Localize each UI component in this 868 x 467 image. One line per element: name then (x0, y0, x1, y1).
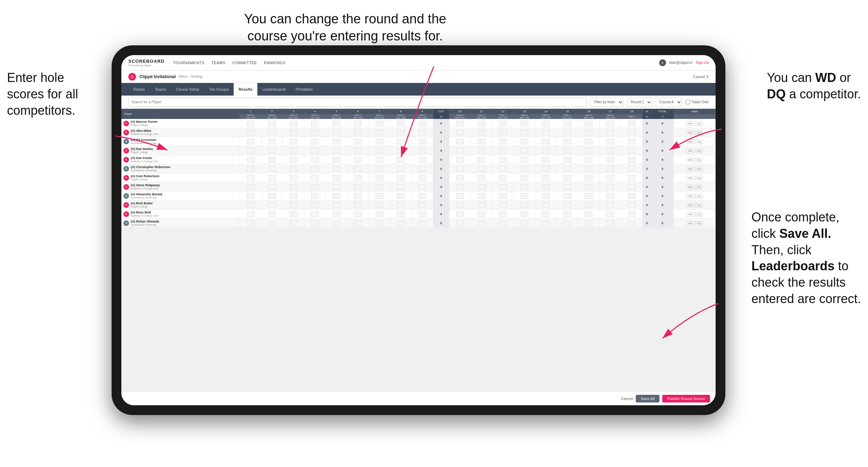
label-cell[interactable]: WDDQ (674, 173, 716, 182)
hole-14-input[interactable] (542, 157, 550, 163)
hole-5-cell[interactable] (326, 155, 347, 164)
hole-5-input[interactable] (333, 184, 340, 190)
hole-16-cell[interactable] (578, 164, 600, 173)
hole-1-input[interactable] (247, 220, 255, 226)
hole-10-cell[interactable] (449, 137, 471, 146)
hole-3-cell[interactable] (283, 119, 304, 128)
hole-13-input[interactable] (521, 202, 528, 208)
hole-3-input[interactable] (290, 148, 297, 153)
hole-15-cell[interactable] (557, 128, 578, 137)
hole-2-input[interactable] (268, 139, 276, 144)
hole-4-input[interactable] (311, 175, 319, 181)
hole-10-input[interactable] (456, 211, 464, 217)
hole-9-cell[interactable] (412, 137, 433, 146)
hole-13-cell[interactable] (514, 119, 535, 128)
hole-16-input[interactable] (585, 157, 592, 163)
tab-printables[interactable]: Printables (291, 83, 318, 96)
hole-17-input[interactable] (606, 211, 614, 217)
hole-9-cell[interactable] (412, 191, 433, 201)
wd-button[interactable]: WD (686, 167, 694, 171)
tab-teams[interactable]: Teams (150, 83, 171, 96)
hole-2-input[interactable] (268, 157, 276, 163)
hole-18-cell[interactable] (621, 210, 643, 219)
hole-10-cell[interactable] (449, 146, 471, 155)
hole-4-input[interactable] (311, 157, 319, 163)
hole-12-input[interactable] (499, 175, 507, 181)
score-table-container[interactable]: Player 1 2 3 4 5 6 7 8 9 OUT 10 11 12 (121, 109, 716, 391)
hole-3-cell[interactable] (283, 155, 304, 164)
hole-15-input[interactable] (564, 220, 571, 226)
hole-6-cell[interactable] (347, 164, 369, 173)
hole-5-cell[interactable] (326, 119, 347, 128)
hole-12-cell[interactable] (492, 201, 514, 210)
hole-18-cell[interactable] (621, 119, 643, 128)
hole-6-input[interactable] (354, 166, 362, 172)
label-cell[interactable]: WDDQ (674, 137, 716, 146)
hole-14-input[interactable] (542, 184, 550, 190)
hole-5-cell[interactable] (326, 137, 347, 146)
hole-5-input[interactable] (333, 157, 340, 163)
hole-1-cell[interactable] (240, 164, 262, 173)
hole-17-cell[interactable] (599, 219, 621, 228)
hole-5-input[interactable] (333, 130, 340, 135)
hole-8-input[interactable] (397, 121, 405, 126)
hole-8-cell[interactable] (390, 191, 412, 201)
hole-7-input[interactable] (376, 130, 383, 135)
hole-2-input[interactable] (268, 193, 276, 199)
cancel-tournament-btn[interactable]: Cancel X (693, 75, 709, 79)
hole-4-input[interactable] (311, 220, 319, 226)
hole-13-input[interactable] (521, 193, 528, 199)
hole-9-cell[interactable] (412, 219, 433, 228)
hole-2-cell[interactable] (261, 201, 283, 210)
hole-8-input[interactable] (397, 184, 405, 190)
hole-12-cell[interactable] (492, 137, 514, 146)
hole-18-cell[interactable] (621, 201, 643, 210)
hole-15-cell[interactable] (557, 155, 578, 164)
hole-11-input[interactable] (478, 130, 485, 135)
hole-4-cell[interactable] (304, 119, 326, 128)
tab-results[interactable]: Results (234, 83, 257, 96)
hole-8-cell[interactable] (390, 137, 412, 146)
hole-16-input[interactable] (585, 148, 592, 153)
hole-13-input[interactable] (521, 148, 528, 153)
hole-7-cell[interactable] (369, 182, 390, 191)
hole-13-input[interactable] (521, 157, 528, 163)
cancel-button[interactable]: Cancel (621, 397, 633, 401)
dq-button[interactable]: DQ (695, 221, 703, 226)
hole-10-cell[interactable] (449, 173, 471, 182)
hole-14-input[interactable] (542, 211, 550, 217)
hole-16-input[interactable] (585, 211, 592, 217)
wd-button[interactable]: WD (686, 158, 694, 162)
hole-13-input[interactable] (521, 121, 528, 126)
hole-3-input[interactable] (290, 211, 297, 217)
hole-8-input[interactable] (397, 220, 405, 226)
hole-8-input[interactable] (397, 202, 405, 208)
hole-5-cell[interactable] (326, 146, 347, 155)
hole-16-input[interactable] (585, 175, 592, 181)
tab-leaderboards[interactable]: Leaderboards (257, 83, 291, 96)
hole-11-cell[interactable] (471, 155, 492, 164)
hole-13-cell[interactable] (514, 128, 535, 137)
hole-1-input[interactable] (247, 121, 255, 126)
hole-7-input[interactable] (376, 175, 383, 181)
hole-11-cell[interactable] (471, 164, 492, 173)
hole-7-input[interactable] (376, 121, 383, 126)
wd-button[interactable]: WD (686, 203, 694, 208)
hole-17-input[interactable] (606, 121, 614, 126)
hole-18-cell[interactable] (621, 146, 643, 155)
label-cell[interactable]: WDDQ (674, 210, 716, 219)
hole-9-cell[interactable] (412, 182, 433, 191)
hole-12-input[interactable] (499, 220, 507, 226)
hole-18-cell[interactable] (621, 173, 643, 182)
hole-14-cell[interactable] (535, 201, 557, 210)
hole-1-cell[interactable] (240, 210, 262, 219)
hole-16-input[interactable] (585, 193, 592, 199)
hole-9-input[interactable] (418, 121, 426, 126)
hole-9-cell[interactable] (412, 146, 433, 155)
hole-11-input[interactable] (478, 121, 485, 126)
hole-11-cell[interactable] (471, 219, 492, 228)
hole-12-input[interactable] (499, 148, 507, 153)
hole-6-cell[interactable] (347, 173, 369, 182)
hole-14-cell[interactable] (535, 164, 557, 173)
hole-1-cell[interactable] (240, 146, 262, 155)
